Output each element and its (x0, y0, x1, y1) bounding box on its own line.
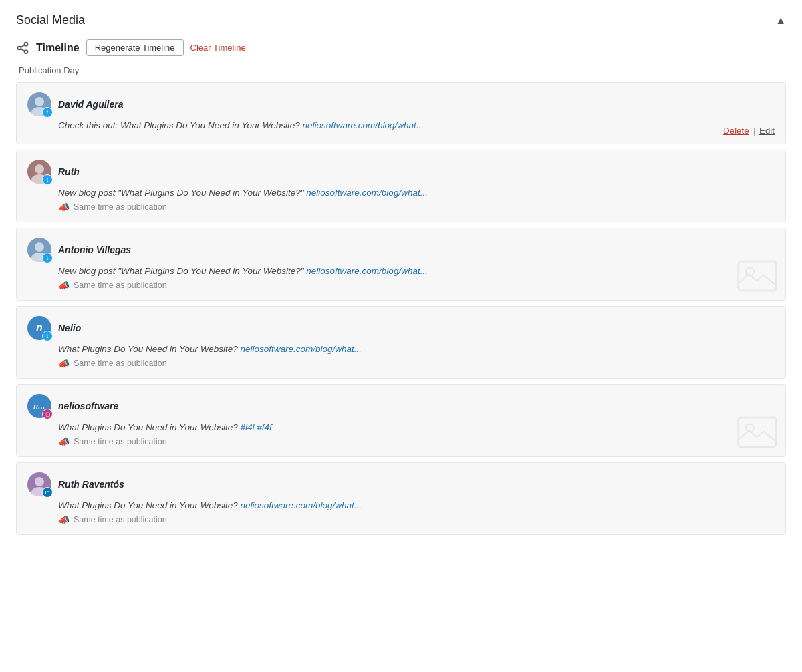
edit-button[interactable]: Edit (759, 126, 775, 136)
svg-line-4 (21, 45, 25, 47)
top-arrow-icon: ▲ (775, 15, 786, 27)
instagram-badge-icon: ◻ (42, 409, 53, 419)
timeline-item: t Ruth New blog post "What Plugins Do Yo… (16, 150, 786, 222)
timing-text: Same time as publication (74, 359, 167, 368)
svg-point-7 (35, 164, 44, 174)
twitter-badge-icon: t (42, 253, 53, 263)
post-message: New blog post "What Plugins Do You Need … (27, 266, 775, 276)
megaphone-icon: 📣 (58, 514, 70, 525)
timeline-list: t David Aguilera Check this out: What Pl… (16, 82, 786, 540)
timing-text: Same time as publication (74, 281, 167, 290)
image-placeholder (737, 415, 777, 451)
item-timing: 📣 Same time as publication (27, 514, 775, 525)
avatar: n t (27, 316, 51, 340)
timing-text: Same time as publication (74, 202, 167, 212)
item-header: in Ruth Raventós (27, 472, 775, 496)
svg-rect-13 (739, 417, 777, 447)
linkedin-badge-icon: in (42, 487, 53, 498)
post-link[interactable]: neliosoftware.com/blog/what... (306, 266, 428, 276)
svg-point-5 (35, 97, 44, 106)
post-link[interactable]: neliosoftware.com/blog/what... (240, 500, 362, 510)
share-icon (16, 41, 29, 55)
clear-timeline-button[interactable]: Clear Timeline (190, 43, 246, 53)
author-name: Nelio (58, 323, 81, 333)
timeline-item: n t Nelio What Plugins Do You Need in Yo… (16, 306, 786, 379)
timeline-item: in Ruth Raventós What Plugins Do You Nee… (16, 462, 786, 535)
page-title: Social Media (16, 13, 85, 27)
timing-text: Same time as publication (74, 437, 167, 446)
action-separator: | (753, 126, 755, 136)
post-link[interactable]: neliosoftware.com/blog/what... (302, 120, 424, 130)
item-header: n… ◻ neliosoftware (27, 394, 775, 418)
timeline-item: t Antonio Villegas New blog post "What P… (16, 228, 786, 301)
author-name: Ruth Raventós (58, 479, 124, 490)
svg-rect-11 (739, 261, 777, 291)
image-placeholder (737, 259, 777, 295)
item-header: n t Nelio (27, 316, 775, 340)
megaphone-icon: 📣 (58, 358, 70, 369)
timeline-item: t David Aguilera Check this out: What Pl… (16, 82, 786, 144)
timeline-label: Timeline (36, 42, 80, 54)
svg-point-9 (35, 242, 44, 252)
post-message: What Plugins Do You Need in Your Website… (27, 344, 775, 354)
hashtags: #l4l #f4f (240, 422, 271, 432)
twitter-badge-icon: t (42, 174, 53, 185)
item-timing: 📣 Same time as publication (27, 280, 775, 291)
post-link[interactable]: neliosoftware.com/blog/what... (306, 188, 428, 198)
delete-button[interactable]: Delete (723, 126, 749, 136)
item-timing: 📣 Same time as publication (27, 436, 775, 447)
post-link[interactable]: neliosoftware.com/blog/what... (240, 344, 362, 354)
item-actions: Delete | Edit (723, 126, 775, 136)
item-timing: 📣 Same time as publication (27, 202, 775, 212)
author-name: neliosoftware (58, 401, 118, 411)
author-name: David Aguilera (58, 99, 124, 110)
section-header: Timeline Regenerate Timeline Clear Timel… (16, 39, 786, 56)
item-header: t Antonio Villegas (27, 238, 775, 262)
avatar: t (27, 160, 51, 184)
item-header: t David Aguilera (27, 92, 775, 116)
avatar: t (27, 238, 51, 262)
publication-day-label: Publication Day (16, 65, 786, 75)
author-name: Ruth (58, 166, 80, 177)
twitter-badge-icon: t (42, 107, 53, 118)
megaphone-icon: 📣 (58, 280, 70, 291)
post-message: Check this out: What Plugins Do You Need… (27, 120, 775, 130)
post-message: What Plugins Do You Need in Your Website… (27, 500, 775, 510)
megaphone-icon: 📣 (58, 436, 70, 447)
twitter-badge-icon: t (42, 331, 53, 341)
post-message: New blog post "What Plugins Do You Need … (27, 188, 775, 198)
regenerate-timeline-button[interactable]: Regenerate Timeline (86, 39, 184, 56)
svg-point-15 (35, 477, 44, 486)
avatar: t (27, 92, 51, 116)
post-message: What Plugins Do You Need in Your Website… (27, 422, 775, 432)
item-header: t Ruth (27, 160, 775, 184)
author-name: Antonio Villegas (58, 244, 131, 255)
svg-line-3 (21, 49, 25, 51)
avatar: n… ◻ (27, 394, 51, 418)
megaphone-icon: 📣 (58, 202, 70, 212)
avatar: in (27, 472, 51, 496)
item-timing: 📣 Same time as publication (27, 358, 775, 369)
timeline-item: n… ◻ neliosoftware What Plugins Do You N… (16, 384, 786, 457)
timing-text: Same time as publication (74, 515, 167, 524)
